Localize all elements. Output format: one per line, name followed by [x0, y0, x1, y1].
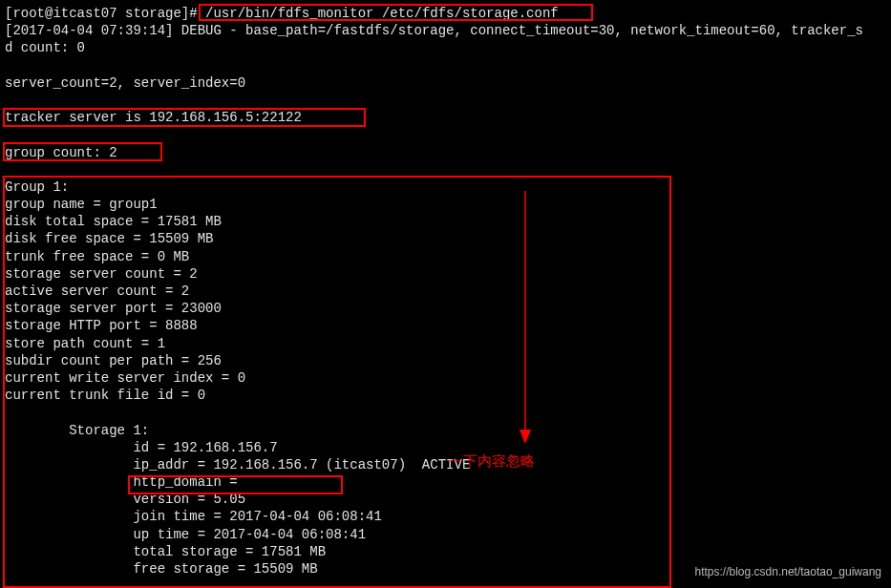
server-count-line: server_count=2, server_index=0	[5, 74, 886, 92]
trunk-free: trunk free space = 0 MB	[5, 248, 886, 265]
storage-port: storage server port = 23000	[5, 300, 886, 317]
prompt-line: [root@itcast07 storage]# /usr/bin/fdfs_m…	[5, 5, 886, 22]
debug-line: [2017-04-04 07:39:14] DEBUG - base_path=…	[5, 22, 886, 39]
disk-total: disk total space = 17581 MB	[5, 213, 886, 230]
store-path: store path count = 1	[5, 335, 886, 352]
storage-header: Storage 1:	[5, 422, 886, 439]
blank-4	[5, 161, 886, 178]
write-index: current write server index = 0	[5, 369, 886, 387]
command-text: /usr/bin/fdfs_monitor /etc/fdfs/storage.…	[205, 6, 559, 21]
storage-http-domain: http_domain =	[5, 473, 886, 491]
tracker-server-line: tracker server is 192.168.156.5:22122	[5, 109, 886, 126]
storage-version: version = 5.05	[5, 491, 886, 508]
blank-5	[5, 404, 886, 421]
storage-ip: ip_addr = 192.168.156.7 (itcast07) ACTIV…	[5, 456, 886, 473]
trunk-file: current trunk file id = 0	[5, 387, 886, 404]
storage-count: storage server count = 2	[5, 265, 886, 283]
group-count-line: group count: 2	[5, 144, 886, 161]
storage-join-time: join time = 2017-04-04 06:08:41	[5, 508, 886, 525]
subdir: subdir count per path = 256	[5, 352, 886, 369]
blank-2	[5, 92, 886, 109]
prompt-user-host: [root@itcast07 storage]#	[5, 6, 198, 21]
blank-1	[5, 57, 886, 74]
d-count-line: d count: 0	[5, 39, 886, 56]
group-name: group name = group1	[5, 196, 886, 213]
annotation-text: 一下内容忽略	[449, 452, 535, 471]
storage-total: total storage = 17581 MB	[5, 543, 886, 560]
http-port: storage HTTP port = 8888	[5, 317, 886, 334]
disk-free: disk free space = 15509 MB	[5, 230, 886, 247]
watermark-text: https://blog.csdn.net/taotao_guiwang	[695, 565, 881, 580]
storage-up-time: up time = 2017-04-04 06:08:41	[5, 526, 886, 543]
active-count: active server count = 2	[5, 283, 886, 300]
blank-3	[5, 126, 886, 143]
storage-id: id = 192.168.156.7	[5, 439, 886, 456]
group-header: Group 1:	[5, 178, 886, 196]
